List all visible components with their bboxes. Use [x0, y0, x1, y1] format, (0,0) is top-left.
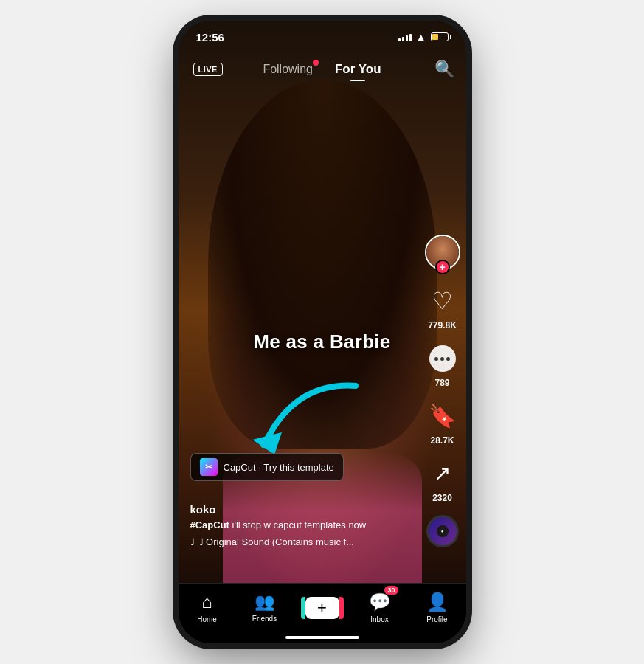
- wifi-icon: ▲: [416, 31, 426, 43]
- friends-icon: 👥: [255, 592, 274, 612]
- caption-text: Me as a Barbie: [253, 331, 390, 353]
- battery-icon: [431, 32, 449, 41]
- nav-profile[interactable]: 👤 Profile: [409, 592, 466, 623]
- inbox-label: Inbox: [370, 615, 388, 623]
- creator-avatar[interactable]: +: [425, 235, 460, 270]
- music-info[interactable]: ♩ ♩ Original Sound (Contains music f...: [190, 536, 407, 547]
- video-description: #CapCut i'll stop w capcut templates now: [190, 519, 407, 532]
- friends-label: Friends: [252, 615, 277, 623]
- top-nav: LIVE Following For You 🔍: [179, 53, 466, 86]
- music-disc[interactable]: ●: [426, 515, 459, 547]
- comment-icon: [429, 345, 456, 372]
- time-display: 12:56: [196, 31, 224, 44]
- nav-inbox[interactable]: 💬 30 Inbox: [351, 592, 409, 623]
- bookmark-count: 28.7K: [430, 435, 454, 446]
- status-bar: 12:56 ▲: [179, 21, 466, 53]
- hashtag[interactable]: #CapCut: [190, 519, 229, 530]
- heart-icon: ♡: [426, 285, 459, 317]
- following-tab[interactable]: Following: [263, 63, 313, 76]
- bookmark-action[interactable]: 🔖 28.7K: [426, 400, 459, 446]
- bookmark-icon: 🔖: [426, 400, 459, 432]
- home-label: Home: [197, 615, 217, 623]
- comment-count: 789: [434, 378, 449, 388]
- nav-home[interactable]: ⌂ Home: [179, 592, 236, 623]
- follow-button[interactable]: +: [435, 260, 450, 274]
- inbox-badge-container: 💬 30: [369, 592, 391, 612]
- comment-action[interactable]: 789: [426, 342, 459, 388]
- capcut-banner[interactable]: ✂ CapCut · Try this template: [190, 453, 344, 481]
- music-text: ♩ Original Sound (Contains music f...: [199, 536, 354, 547]
- share-action[interactable]: ↗ 2320: [426, 457, 459, 503]
- inbox-icon: 💬: [369, 592, 391, 612]
- profile-label: Profile: [426, 615, 447, 623]
- capcut-label: CapCut · Try this template: [224, 462, 334, 473]
- for-you-tab[interactable]: For You: [335, 62, 381, 77]
- nav-friends[interactable]: 👥 Friends: [236, 592, 294, 623]
- phone-frame: 12:56 ▲ LIVE Following For You 🔍: [179, 21, 466, 643]
- create-button[interactable]: +: [305, 597, 339, 619]
- gesture-bar: [285, 636, 359, 639]
- signal-icon: [398, 32, 412, 41]
- video-caption: Me as a Barbie: [179, 331, 466, 353]
- action-sidebar: + ♡ 779.8K 789: [425, 235, 460, 547]
- capcut-logo: ✂: [200, 458, 218, 476]
- notification-dot: [313, 60, 319, 66]
- profile-icon: 👤: [426, 592, 449, 612]
- inbox-badge: 30: [384, 586, 398, 595]
- live-button[interactable]: LIVE: [193, 63, 223, 76]
- username[interactable]: koko: [190, 503, 407, 516]
- status-icons: ▲: [398, 31, 449, 43]
- share-icon: ↗: [426, 457, 459, 490]
- video-feed[interactable]: Me as a Barbie ✂ CapCut · Try this templ…: [179, 21, 466, 599]
- share-count: 2320: [432, 493, 452, 503]
- video-info: koko #CapCut i'll stop w capcut template…: [190, 503, 407, 547]
- bottom-nav: ⌂ Home 👥 Friends + 💬 30 Inbox 👤 Profile: [179, 583, 466, 643]
- like-action[interactable]: ♡ 779.8K: [426, 285, 459, 331]
- like-count: 779.8K: [428, 320, 457, 331]
- search-icon[interactable]: 🔍: [434, 60, 454, 79]
- home-icon: ⌂: [201, 592, 212, 612]
- nav-create[interactable]: +: [294, 597, 351, 619]
